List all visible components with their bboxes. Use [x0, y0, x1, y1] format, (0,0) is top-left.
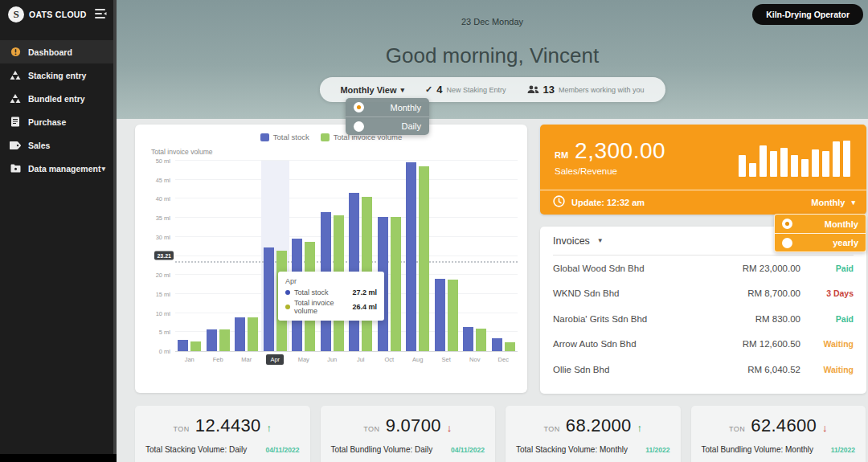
bundled-icon — [10, 93, 21, 104]
view-mode-menu: MonthlyDaily — [346, 98, 429, 135]
currency-label: RM — [555, 150, 568, 160]
staking-entry-summary: ✓ 4 New Staking Entry — [425, 84, 506, 96]
spark-bar — [801, 159, 809, 177]
invoice-status-badge: Waiting — [818, 339, 854, 349]
spark-bar — [780, 148, 788, 177]
bar-group-aug[interactable] — [403, 161, 432, 351]
sidebar-item-data-management[interactable]: Data management▾ — [0, 157, 113, 180]
bar-group-nov[interactable] — [461, 161, 489, 351]
total-stock-bar[interactable] — [435, 279, 445, 351]
invoices-list: Global Wood Sdn BhdRM 23,000.00PaidWKND … — [553, 256, 854, 382]
invoice-row[interactable]: Narobia' Grits Sdn BhdRM 830.00Paid — [553, 306, 854, 332]
spark-bar — [843, 141, 850, 176]
bar-group-dec[interactable] — [489, 161, 518, 351]
chevron-down-icon: ▾ — [401, 86, 405, 94]
bar-group-may[interactable] — [289, 161, 318, 351]
tooltip-row: Total stock27.2 ml — [285, 288, 377, 296]
volume-chart-card: Total stockTotal invoice volume Total in… — [135, 125, 527, 393]
view-mode-option-label: Daily — [364, 121, 421, 131]
invoice-amount: RM 6,040.52 — [747, 365, 800, 374]
bar-group-jan[interactable] — [175, 161, 204, 351]
clock-icon — [553, 195, 565, 209]
stat-value: 68.2000 — [566, 415, 632, 436]
invoice-customer-name: Arrow Auto Sdn Bhd — [553, 339, 743, 349]
sidebar-collapse-icon[interactable] — [95, 7, 107, 22]
bar-group-oct[interactable] — [375, 161, 404, 351]
tooltip-series-dot — [285, 305, 290, 309]
members-label: Members working with you — [559, 86, 645, 94]
sidebar-item-sales[interactable]: Sales — [0, 133, 113, 157]
total-invoice-volume-bar[interactable] — [505, 342, 515, 351]
revenue-period-option-label: yearly — [792, 238, 858, 247]
invoice-row[interactable]: Arrow Auto Sdn BhdRM 12,600.50Waiting — [553, 332, 854, 358]
total-invoice-volume-bar[interactable] — [219, 329, 230, 351]
sidebar-item-stacking-entry[interactable]: Stacking entry — [0, 63, 113, 87]
total-stock-bar[interactable] — [406, 162, 416, 351]
total-stock-bar[interactable] — [463, 327, 473, 351]
total-stock-bar[interactable] — [178, 340, 188, 351]
bar-group-apr[interactable] — [261, 161, 290, 351]
total-invoice-volume-bar[interactable] — [419, 166, 429, 351]
stat-value: 62.4600 — [751, 415, 817, 436]
stat-value-row: TON68.2000↑ — [516, 415, 670, 436]
members-count: 13 — [543, 84, 555, 96]
bar-group-mar[interactable] — [232, 161, 261, 351]
stat-label-row: Total Bundling Volume: Monthly11/2022 — [702, 445, 856, 454]
dashboard-icon — [10, 47, 21, 58]
total-invoice-volume-bar[interactable] — [448, 280, 458, 351]
total-stock-bar[interactable] — [207, 329, 217, 351]
sidebar-item-purchase[interactable]: Purchase — [0, 110, 113, 133]
spark-bar — [791, 155, 798, 176]
invoice-amount: RM 12,600.50 — [743, 339, 800, 349]
invoice-customer-name: Ollie Sdn Bhd — [553, 365, 747, 374]
revenue-period-dropdown[interactable]: Monthly ▾ — [811, 198, 855, 207]
total-stock-bar[interactable] — [264, 247, 274, 351]
trend-up-icon: ↑ — [266, 422, 272, 434]
sidebar-item-label: Purchase — [28, 117, 66, 127]
y-axis-tick-label: 45 ml — [156, 176, 170, 183]
y-axis-tick-label: 5 ml — [159, 329, 170, 336]
total-invoice-volume-bar[interactable] — [391, 217, 401, 351]
invoice-row[interactable]: Global Wood Sdn BhdRM 23,000.00Paid — [553, 256, 854, 281]
invoice-row[interactable]: WKND Sdn BhdRM 8,700.003 Days — [553, 281, 854, 307]
stat-unit-label: TON — [544, 425, 560, 433]
total-invoice-volume-bar[interactable] — [476, 329, 486, 351]
bar-group-set[interactable] — [432, 161, 461, 351]
invoice-status-badge: Waiting — [818, 365, 854, 374]
app-root: S OATS CLOUD DashboardStacking entryBund… — [0, 0, 868, 462]
x-axis-label-mar: Mar — [232, 356, 261, 363]
bar-group-feb[interactable] — [204, 161, 233, 351]
total-stock-bar[interactable] — [235, 317, 245, 351]
revenue-period-option-monthly[interactable]: Monthly — [775, 215, 866, 233]
y-axis-tick-label: 10 ml — [156, 309, 170, 317]
view-mode-option-monthly[interactable]: Monthly — [346, 98, 429, 117]
revenue-label: Sales/Revenue — [555, 166, 665, 176]
total-invoice-volume-bar[interactable] — [248, 317, 258, 351]
invoices-dropdown[interactable]: Invoices ▼ — [553, 235, 604, 247]
spark-bar — [833, 141, 840, 176]
invoice-row[interactable]: Ollie Sdn BhdRM 6,040.52Waiting — [553, 357, 854, 382]
revenue-period-option-yearly[interactable]: yearly — [775, 233, 866, 251]
chevron-down-icon: ▾ — [101, 165, 105, 173]
sidebar-item-label: Bundled entry — [28, 94, 85, 104]
data-management-icon — [10, 163, 21, 174]
chart-legend: Total stockTotal invoice volume — [145, 133, 518, 141]
stat-unit-label: TON — [174, 425, 190, 433]
view-mode-option-daily[interactable]: Daily — [346, 117, 429, 135]
logo-text: OATS CLOUD — [29, 10, 90, 19]
view-mode-dropdown[interactable]: Monthly View ▾ — [340, 85, 404, 95]
x-axis-label-jan: Jan — [175, 356, 204, 363]
sidebar-item-label: Dashboard — [28, 47, 72, 57]
sidebar-item-dashboard[interactable]: Dashboard — [0, 40, 113, 63]
update-time: Update: 12:32 am — [571, 198, 811, 207]
stacking-icon — [10, 70, 21, 81]
stat-label: Total Stacking Volume: Daily — [145, 445, 247, 454]
spark-bar — [749, 163, 756, 177]
total-invoice-volume-bar[interactable] — [190, 341, 201, 351]
total-stock-bar[interactable] — [492, 338, 502, 351]
invoice-status-badge: Paid — [818, 264, 854, 273]
bar-group-jun[interactable] — [318, 161, 347, 351]
sidebar-item-bundled-entry[interactable]: Bundled entry — [0, 87, 113, 110]
operator-role-button[interactable]: Kiln-Drying Operator — [752, 4, 863, 25]
bar-group-jul[interactable] — [346, 161, 375, 351]
